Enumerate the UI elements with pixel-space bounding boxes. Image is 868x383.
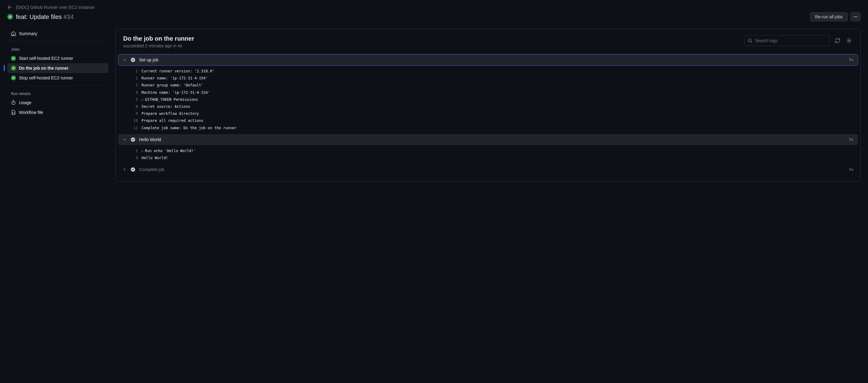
check-circle-icon	[11, 56, 16, 61]
line-text: Secret source: Actions	[142, 104, 190, 110]
usage-label: Usage	[19, 100, 31, 105]
log-line[interactable]: 11 Complete job name: Do the job on the …	[118, 125, 858, 132]
log-line[interactable]: 4 Hello World!	[118, 155, 858, 162]
log-line[interactable]: 2 Runner name: 'ip-172-31-4-154'	[118, 75, 858, 82]
log-line[interactable]: 10 Prepare all required actions	[118, 117, 858, 124]
caret-right-icon: ▸	[142, 97, 144, 103]
line-text: Runner group name: 'Default'	[142, 83, 203, 88]
line-text: Current runner version: '2.318.0'	[142, 68, 214, 74]
line-text: Hello World!	[142, 155, 168, 161]
line-text: Prepare workflow directory	[142, 111, 199, 117]
log-settings-button[interactable]	[845, 37, 853, 44]
run-details-section-label: Run details	[7, 88, 108, 98]
stopwatch-icon	[11, 100, 16, 105]
log-lines-block: 1 Current runner version: '2.318.0' 2 Ru…	[118, 65, 858, 134]
line-text: ▸Run echo 'Hello World!'	[142, 148, 196, 154]
summary-label: Summary	[19, 31, 37, 36]
search-logs-input[interactable]	[755, 38, 827, 43]
line-text: Prepare all required actions	[142, 118, 203, 124]
job-meta: succeeded 2 minutes ago in 4s	[123, 43, 194, 48]
line-number: 5	[130, 97, 138, 103]
log-panel: Do the job on the runner succeeded 2 min…	[116, 29, 861, 182]
line-number: 10	[130, 118, 138, 124]
line-number: 3	[130, 83, 138, 88]
usage-nav-item[interactable]: Usage	[7, 98, 108, 107]
log-line[interactable]: 8 Secret source: Actions	[118, 103, 858, 110]
caret-right-icon: ▸	[142, 148, 144, 154]
run-number: #34	[64, 13, 74, 20]
step-name: Hello World	[139, 137, 846, 142]
summary-nav-item[interactable]: Summary	[7, 29, 108, 38]
run-title: feat: Update files	[16, 13, 62, 20]
svg-point-7	[848, 40, 850, 41]
job-title: Do the job on the runner	[123, 35, 194, 42]
line-number: 1	[130, 148, 138, 154]
line-number: 11	[130, 125, 138, 131]
workflow-file-nav-item[interactable]: Workflow file	[7, 107, 108, 117]
job-nav-item[interactable]: Stop self-hosted EC2 runner	[7, 73, 108, 83]
line-number: 2	[130, 75, 138, 81]
log-line[interactable]: 1 ▸Run echo 'Hello World!'	[118, 148, 858, 155]
line-number: 9	[130, 111, 138, 117]
workflow-name-link[interactable]: [OIDC] Github Runner over EC2 Instance	[16, 5, 94, 10]
sidebar: Summary Jobs Start self-hosted EC2 runne…	[7, 29, 108, 182]
job-nav-label: Stop self-hosted EC2 runner	[19, 75, 73, 80]
refresh-logs-button[interactable]	[834, 37, 841, 44]
line-number: 4	[130, 155, 138, 161]
step-duration: 0s	[849, 137, 854, 142]
log-line[interactable]: 5 ▸GITHUB_TOKEN Permissions	[118, 96, 858, 103]
svg-point-2	[854, 17, 855, 18]
check-circle-icon	[130, 137, 135, 142]
log-line[interactable]: 1 Current runner version: '2.318.0'	[118, 68, 858, 75]
chevron-down-icon	[123, 58, 127, 62]
run-status-icon	[7, 14, 13, 20]
line-text: Runner name: 'ip-172-31-4-154'	[142, 75, 208, 81]
chevron-down-icon	[123, 137, 127, 142]
search-logs-wrapper[interactable]	[744, 35, 830, 46]
step-header[interactable]: Set up job 0s	[118, 54, 858, 65]
kebab-menu-button[interactable]	[850, 12, 861, 21]
line-number: 1	[130, 68, 138, 74]
kebab-icon	[853, 14, 858, 19]
breadcrumb: [OIDC] Github Runner over EC2 Instance	[7, 5, 861, 10]
step-name: Complete job	[139, 167, 846, 172]
step-header[interactable]: Complete job 0s	[118, 164, 858, 175]
chevron-right-icon	[123, 167, 127, 172]
gear-icon	[846, 38, 852, 43]
job-nav-label: Do the job on the runner	[19, 66, 69, 70]
log-line[interactable]: 9 Prepare workflow directory	[118, 110, 858, 117]
job-nav-item[interactable]: Do the job on the runner	[7, 63, 108, 73]
line-text: ▸GITHUB_TOKEN Permissions	[142, 97, 198, 103]
workflow-file-label: Workflow file	[19, 110, 43, 115]
svg-point-3	[855, 17, 856, 18]
check-circle-icon	[11, 75, 16, 80]
log-lines-block: 1 ▸Run echo 'Hello World!' 4 Hello World…	[118, 145, 858, 164]
step-duration: 0s	[849, 58, 854, 62]
log-line[interactable]: 4 Machine name: 'ip-172-31-4-154'	[118, 89, 858, 96]
check-circle-icon	[130, 167, 135, 172]
job-nav-item[interactable]: Start self-hosted EC2 runner	[7, 54, 108, 63]
job-nav-label: Start self-hosted EC2 runner	[19, 56, 73, 61]
check-circle-icon	[130, 57, 135, 62]
line-number: 8	[130, 104, 138, 110]
step-name: Set up job	[139, 57, 846, 62]
step-duration: 0s	[849, 167, 854, 172]
workflow-file-icon	[11, 110, 16, 115]
log-line[interactable]: 3 Runner group name: 'Default'	[118, 82, 858, 89]
line-text: Complete job name: Do the job on the run…	[142, 125, 237, 131]
line-text: Machine name: 'ip-172-31-4-154'	[142, 90, 210, 96]
back-arrow-icon[interactable]	[7, 5, 12, 10]
line-number: 4	[130, 90, 138, 96]
jobs-section-label: Jobs	[7, 44, 108, 54]
svg-point-4	[857, 17, 858, 18]
rerun-all-jobs-button[interactable]: Re-run all jobs	[810, 12, 848, 21]
refresh-icon	[835, 38, 840, 43]
home-icon	[11, 31, 16, 36]
step-header[interactable]: Hello World 0s	[118, 134, 858, 145]
search-icon	[748, 38, 752, 43]
check-circle-icon	[11, 66, 16, 70]
